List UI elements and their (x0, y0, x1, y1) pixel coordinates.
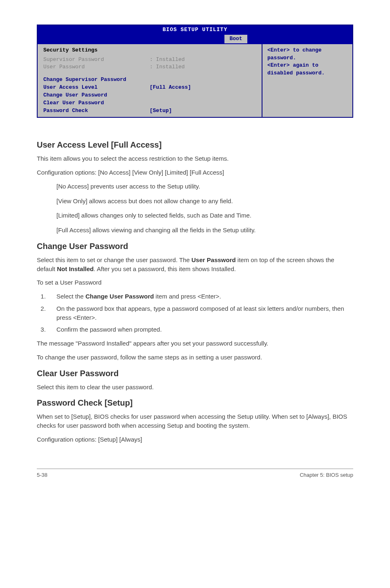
option-item: [View Only] allows access but does not a… (56, 197, 353, 206)
bios-help-panel: <Enter> to change password. <Enter> agai… (262, 44, 352, 117)
paragraph: Select this item to clear the user passw… (37, 383, 353, 392)
paragraph: The message "Password Installed" appears… (37, 339, 353, 348)
option-list: [No Access] prevents user access to the … (37, 182, 353, 235)
paragraph: When set to [Setup], BIOS checks for use… (37, 412, 353, 430)
bios-tab-row: Boot (38, 35, 352, 44)
list-item: Select the Change User Password item and… (47, 292, 353, 301)
help-text-line: disabled password. (267, 70, 347, 77)
list-item: On the password box that appears, type a… (47, 304, 353, 322)
help-text-line: <Enter> to change (267, 47, 347, 54)
bios-section-heading: Security Settings (43, 47, 256, 54)
paragraph: Select this item to set or change the us… (37, 256, 353, 274)
section-heading-user-access-level: User Access Level [Full Access] (37, 139, 353, 151)
password-check-value: [Setup] (150, 107, 172, 115)
supervisor-password-label: Supervisor Password (43, 56, 150, 64)
page-footer: 5-38 Chapter 5: BIOS setup (37, 469, 353, 479)
bios-left-panel: Security Settings Supervisor Password : … (38, 44, 262, 117)
chapter-label: Chapter 5: BIOS setup (300, 471, 353, 479)
paragraph: This item allows you to select the acces… (37, 154, 353, 163)
paragraph: Configuration options: [No Access] [View… (37, 168, 353, 177)
help-text-line: <Enter> again to (267, 62, 347, 70)
user-access-level-value: [Full Access] (150, 84, 191, 92)
clear-user-password-item: Clear User Password (43, 99, 256, 107)
bios-title-bar: BIOS SETUP UTILITY (38, 25, 352, 35)
help-text-line: password. (267, 54, 347, 62)
section-heading-change-user-password: Change User Password (37, 240, 353, 252)
list-item: Confirm the password when prompted. (47, 325, 353, 334)
bios-setup-utility-panel: BIOS SETUP UTILITY Boot Security Setting… (37, 25, 353, 118)
user-password-label: User Password (43, 63, 150, 71)
change-supervisor-password-item: Change Supervisor Password (43, 76, 256, 84)
section-heading-clear-user-password: Clear User Password (37, 368, 353, 379)
paragraph: To change the user password, follow the … (37, 353, 353, 362)
option-item: [No Access] prevents user access to the … (56, 182, 353, 191)
page-number: 5-38 (37, 471, 47, 479)
ordered-steps-list: Select the Change User Password item and… (37, 292, 353, 334)
option-item: [Limited] allows changes only to selecte… (56, 211, 353, 220)
change-user-password-item: Change User Password (43, 92, 256, 99)
bios-bottom-curve (37, 127, 353, 133)
user-access-level-label: User Access Level (43, 84, 150, 92)
option-item: [Full Access] allows viewing and changin… (56, 226, 353, 235)
supervisor-password-value: : Installed (150, 56, 185, 64)
user-password-value: : Installed (150, 63, 185, 71)
paragraph: Configuration options: [Setup] [Always] (37, 435, 353, 444)
password-check-label: Password Check (43, 107, 150, 115)
bios-body: Security Settings Supervisor Password : … (38, 44, 352, 117)
section-heading-password-check: Password Check [Setup] (37, 397, 353, 409)
bios-tab-boot: Boot (224, 35, 247, 43)
paragraph: To set a User Password (37, 278, 353, 287)
